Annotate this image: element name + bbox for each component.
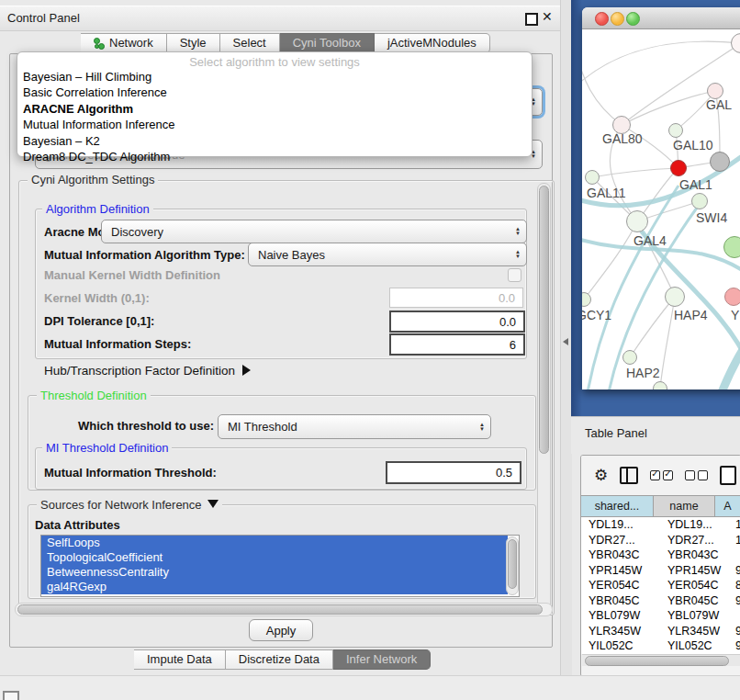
network-node[interactable] (723, 236, 740, 258)
column-selector-icon[interactable] (620, 467, 638, 484)
network-node[interactable] (691, 193, 708, 209)
algorithm-popup-item[interactable]: Dream8 DC_TDC Algorithm (17, 150, 532, 166)
network-node[interactable] (665, 287, 685, 307)
algorithm-popup-item[interactable]: Mutual Information Inference (17, 118, 532, 134)
network-node[interactable] (622, 350, 637, 365)
data-attributes-list[interactable]: SelfLoopsTopologicalCoefficientBetweenne… (40, 535, 520, 597)
data-attribute-item[interactable]: TopologicalCoefficient (41, 550, 508, 565)
settings-group-title: Cyni Algorithm Settings (28, 173, 158, 186)
settings-horizontal-scrollbar[interactable] (15, 603, 553, 616)
collapse-down-icon (207, 500, 219, 508)
docked-panel-icon[interactable] (3, 691, 19, 700)
minimize-window-icon[interactable] (611, 12, 624, 26)
network-window-titlebar[interactable] (582, 7, 740, 29)
kernel-width-field[interactable]: 0.0 (389, 288, 523, 308)
hub-definition-toggle[interactable]: Hub/Transcription Factor Definition (44, 364, 251, 378)
sources-group-title[interactable]: Sources for Network Inference (37, 498, 222, 512)
table-row[interactable]: YLR345WYLR345W9. (581, 624, 740, 639)
new-table-icon[interactable] (720, 466, 736, 485)
network-node[interactable] (724, 288, 740, 306)
tab[interactable]: Network (81, 33, 167, 53)
network-node[interactable] (626, 210, 648, 232)
tab[interactable]: Cyni Toolbox (280, 33, 375, 53)
kernel-width-label: Kernel Width (0,1): (44, 291, 150, 305)
mi-algorithm-type-value: Naive Bayes (249, 248, 325, 262)
apply-button[interactable]: Apply (249, 619, 313, 641)
select-all-icon[interactable] (650, 470, 673, 480)
table-column-header[interactable]: shared... (581, 496, 654, 516)
zoom-window-icon[interactable] (626, 12, 640, 26)
network-node[interactable] (653, 381, 667, 390)
table-row[interactable]: YDR27...YDR27...12 (581, 533, 740, 548)
table-row[interactable]: YBR045CYBR045C9. (581, 593, 740, 609)
table-row[interactable]: YER054CYER054C8. (581, 578, 740, 593)
app-root: Control Panel ✕ Network Style Select Cyn… (0, 0, 740, 700)
table-horizontal-scrollbar[interactable] (582, 654, 740, 666)
table-row[interactable]: YDL19...YDL19...13 (581, 517, 740, 533)
table-cell: YPR145W (581, 563, 660, 579)
table-column-header[interactable]: name (654, 496, 715, 516)
table-cell: 9. (728, 624, 740, 639)
table-row[interactable]: YBR043CYBR043C (581, 548, 740, 563)
attributes-list-scrollbar[interactable] (506, 536, 519, 595)
network-node[interactable] (670, 160, 687, 176)
algorithm-popup-placeholder: Select algorithm to view settings (17, 52, 532, 69)
table-row[interactable]: YIL052CYIL052C9 (581, 638, 740, 654)
mi-algorithm-type-combobox[interactable]: Naive Bayes ▲▼ (248, 243, 527, 266)
tab[interactable]: Style (167, 33, 220, 53)
tab[interactable]: jActiveMNodules (375, 33, 490, 53)
float-panel-icon[interactable] (525, 13, 538, 26)
table-cell: YBL079W (581, 608, 660, 624)
tab[interactable]: Impute Data (134, 649, 226, 670)
aracne-mode-value: Discovery (102, 225, 163, 239)
mi-steps-field[interactable]: 6 (389, 333, 525, 356)
close-panel-icon[interactable]: ✕ (542, 9, 553, 24)
network-node[interactable] (710, 152, 730, 172)
aracne-mode-combobox[interactable]: Discovery ▲▼ (101, 220, 527, 243)
network-canvas[interactable]: GALGAL80GAL10GAL1GAL11SWI4GAL4GCY1HAP4YH… (582, 29, 740, 390)
network-node-label: GAL11 (587, 186, 626, 200)
table-column-header[interactable]: A (715, 496, 740, 516)
dpi-tolerance-label: DPI Tolerance [0,1]: (44, 314, 154, 328)
table-cell: YBL079W (660, 608, 728, 624)
which-threshold-combobox[interactable]: MI Threshold ▲▼ (218, 414, 491, 439)
bottom-tabs: Impute DataDiscretize DataInfer Network (134, 649, 431, 670)
table-cell: YDR27... (660, 533, 728, 548)
data-attribute-item[interactable]: gal4RGexp (41, 580, 508, 594)
tab-label: Impute Data (147, 650, 212, 669)
network-node[interactable] (585, 170, 600, 185)
tab[interactable]: Infer Network (333, 649, 431, 670)
algorithm-popup-list: Bayesian – Hill ClimbingBasic Correlatio… (17, 69, 532, 165)
expand-right-icon (242, 365, 251, 376)
table-row[interactable]: YPR145WYPR145W9. (581, 563, 740, 579)
algorithm-popup-item[interactable]: Basic Correlation Inference (17, 85, 532, 102)
algorithm-dropdown-popup: Select algorithm to view settings Bayesi… (17, 51, 533, 157)
tab[interactable]: Select (220, 33, 280, 53)
algorithm-popup-item[interactable]: Bayesian – Hill Climbing (17, 69, 532, 85)
manual-kernel-width-checkbox[interactable] (508, 268, 521, 282)
settings-vertical-scrollbar[interactable] (537, 183, 551, 613)
dpi-tolerance-field[interactable]: 0.0 (389, 310, 525, 333)
tab-label: jActiveMNodules (387, 34, 477, 52)
data-attribute-item[interactable]: BetweennessCentrality (41, 565, 508, 580)
network-node[interactable] (668, 123, 683, 138)
tab-label: Discretize Data (239, 650, 320, 669)
deselect-all-icon[interactable] (685, 470, 708, 480)
table-panel-title: Table Panel (585, 426, 647, 440)
network-window[interactable]: GALGAL80GAL10GAL1GAL11SWI4GAL4GCY1HAP4YH… (582, 7, 740, 390)
manual-kernel-width-label: Manual Kernel Width Definition (44, 268, 220, 282)
tab[interactable]: Discretize Data (226, 649, 333, 670)
algorithm-popup-item[interactable]: Bayesian – K2 (17, 133, 532, 150)
network-node-label: GAL4 (633, 233, 667, 248)
splitter-collapse-arrow-icon[interactable] (563, 338, 568, 345)
algorithm-popup-item[interactable]: ARACNE Algorithm (17, 101, 532, 118)
data-attribute-item[interactable]: SelfLoops (41, 536, 508, 550)
table-cell: YPR145W (660, 563, 728, 579)
table-panel: ⚙ shared...nameA YDL19...YDL19...13YDR27… (580, 455, 740, 677)
gear-icon[interactable]: ⚙ (594, 468, 608, 483)
mi-threshold-field[interactable]: 0.5 (386, 461, 521, 484)
close-window-icon[interactable] (595, 12, 609, 26)
which-threshold-label: Which threshold to use: (78, 419, 214, 433)
network-node-label: HAP4 (674, 308, 708, 322)
table-row[interactable]: YBL079WYBL079W (581, 608, 740, 624)
